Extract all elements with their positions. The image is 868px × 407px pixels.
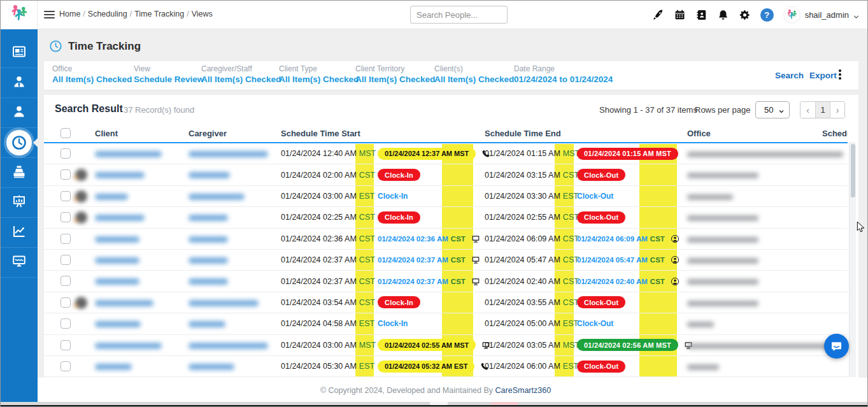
client-link[interactable] <box>95 215 145 221</box>
clock-out-time-link[interactable]: 01/24/2024 06:09 AMCST <box>577 235 665 243</box>
clock-in-time-link[interactable]: 01/24/2024 02:37 AMCST <box>378 278 466 285</box>
sidebar-item-reports[interactable] <box>1 218 38 248</box>
client-link[interactable] <box>95 194 128 200</box>
clock-out-link[interactable]: Clock-Out <box>577 319 613 328</box>
filter-date-range[interactable]: Date Range01/24/2024 to 01/24/2024 <box>514 64 613 84</box>
search-button[interactable]: Search <box>775 71 804 80</box>
clock-in-status-pill: Clock-In <box>378 296 420 308</box>
sidebar-item-time-tracking[interactable] <box>1 128 38 158</box>
calendar-icon[interactable] <box>674 9 686 21</box>
clock-out-link[interactable]: Clock-Out <box>577 192 613 201</box>
hamburger-menu-icon[interactable] <box>44 11 55 19</box>
row-checkbox[interactable] <box>60 234 71 244</box>
caregiver-link[interactable] <box>189 257 228 264</box>
bell-icon[interactable] <box>717 9 729 21</box>
more-options-icon[interactable] <box>839 69 841 81</box>
filter-value[interactable]: All Item(s) Checked <box>201 75 281 84</box>
address-book-icon[interactable] <box>695 9 708 21</box>
rocket-icon[interactable] <box>652 9 664 21</box>
clock-in-link[interactable]: Clock-In <box>378 192 408 201</box>
client-link[interactable] <box>95 300 153 306</box>
caregiver-link[interactable] <box>189 172 230 178</box>
row-checkbox[interactable] <box>60 191 71 201</box>
row-checkbox[interactable] <box>60 169 71 180</box>
clock-in-time-link[interactable]: 01/24/2024 02:36 AMCST <box>378 235 466 243</box>
filter-value[interactable]: All Item(s) Checked <box>52 75 132 84</box>
filter-value[interactable]: All Item(s) Checked <box>279 75 359 84</box>
row-checkbox[interactable] <box>60 361 71 371</box>
filter-office[interactable]: OfficeAll Item(s) Checked <box>52 64 132 84</box>
breadcrumb-item[interactable]: Scheduling <box>88 10 127 18</box>
client-link[interactable] <box>95 343 162 349</box>
client-link[interactable] <box>95 321 141 327</box>
schedule-start-timezone: CST <box>359 213 375 222</box>
client-link[interactable] <box>95 364 132 370</box>
client-link[interactable] <box>95 257 139 264</box>
caresmartz-logo-icon <box>8 3 30 27</box>
clock-in-highlighted-time[interactable]: 01/24/2024 12:37 AM MST <box>378 148 476 160</box>
filter-value[interactable]: All Item(s) Checked <box>355 75 435 84</box>
chat-launcher-icon[interactable] <box>824 334 849 359</box>
breadcrumb-item[interactable]: Home <box>59 10 80 18</box>
caregiver-link[interactable] <box>189 300 259 306</box>
caregiver-link[interactable] <box>189 151 268 157</box>
user-menu-chevron-icon[interactable] <box>853 11 860 18</box>
export-button[interactable]: Export <box>809 71 837 80</box>
row-checkbox[interactable] <box>60 318 71 329</box>
row-checkbox[interactable] <box>60 340 71 350</box>
row-checkbox[interactable] <box>60 297 71 308</box>
row-checkbox[interactable] <box>60 276 71 286</box>
schedule-end-timezone: EST <box>563 192 578 201</box>
filter-client-territory[interactable]: Client TerritoryAll Item(s) Checked <box>355 64 435 84</box>
table-scrollbar[interactable] <box>849 142 856 377</box>
filter-value[interactable]: 01/24/2024 to 01/24/2024 <box>514 75 613 84</box>
sidebar-item-caregivers[interactable] <box>1 68 38 98</box>
clock-in-highlighted-time[interactable]: 01/24/2024 02:55 AM MST <box>378 339 476 351</box>
clock-in-time-link[interactable]: 01/24/2024 02:37 AMCST <box>378 256 466 264</box>
filter-value[interactable]: Schedule Review <box>134 75 204 84</box>
sidebar-item-billing[interactable] <box>1 158 38 188</box>
client-link[interactable] <box>95 236 139 243</box>
caregiver-link[interactable] <box>189 278 228 285</box>
caregiver-link[interactable] <box>189 236 228 243</box>
sidebar-item-clients[interactable] <box>1 98 38 128</box>
row-checkbox[interactable] <box>60 255 71 265</box>
clock-out-time-link[interactable]: 01/24/2024 02:40 AMCST <box>577 278 665 285</box>
filter-client-type[interactable]: Client TypeAll Item(s) Checked <box>279 64 359 84</box>
caregiver-link[interactable] <box>189 364 234 370</box>
brand-link[interactable]: CareSmartz360 <box>495 386 551 395</box>
clock-in-cell: 01/24/2024 02:55 AM MST <box>378 335 490 355</box>
filter-value[interactable]: All Item(s) Checked <box>434 75 514 84</box>
clock-in-link[interactable]: Clock-In <box>378 319 408 328</box>
client-link[interactable] <box>95 278 139 285</box>
sidebar-item-training[interactable] <box>1 248 38 278</box>
row-checkbox[interactable] <box>60 212 71 222</box>
breadcrumb-item[interactable]: Time Tracking <box>134 10 184 18</box>
breadcrumb-separator: / <box>187 10 189 18</box>
table-row: 01/24/2024 02:25 AMCSTClock-In01/24/2024… <box>44 207 848 228</box>
user-avatar[interactable] <box>783 6 800 24</box>
caregiver-link[interactable] <box>189 194 245 200</box>
client-link[interactable] <box>95 151 162 157</box>
breadcrumb-item[interactable]: Views <box>192 10 213 18</box>
row-checkbox[interactable] <box>60 148 71 159</box>
client-link[interactable] <box>95 172 145 178</box>
sidebar-item-presentations[interactable] <box>1 188 38 218</box>
search-input[interactable] <box>411 10 532 20</box>
sidebar-item-dashboard[interactable] <box>1 38 38 68</box>
filter-caregiver-staff[interactable]: Caregiver/StaffAll Item(s) Checked <box>201 64 281 84</box>
filter-view[interactable]: ViewSchedule Review <box>134 64 204 84</box>
app-logo[interactable] <box>1 1 38 29</box>
caregiver-link[interactable] <box>189 321 225 327</box>
scrollbar-thumb[interactable] <box>851 144 855 197</box>
clock-out-time-link[interactable]: 01/24/2024 05:47 AMCST <box>577 256 665 264</box>
caregiver-link[interactable] <box>189 343 268 349</box>
schedule-start-time: 01/24/2024 03:54 AM <box>281 298 357 307</box>
gear-icon[interactable] <box>739 9 751 21</box>
help-icon[interactable]: ? <box>760 8 774 22</box>
username[interactable]: shail_admin <box>805 10 849 20</box>
select-all-checkbox[interactable] <box>60 128 71 138</box>
filter-client-s-[interactable]: Client(s)All Item(s) Checked <box>434 64 514 84</box>
caregiver-link[interactable] <box>189 215 228 221</box>
clock-in-highlighted-time[interactable]: 01/24/2024 05:32 AM EST <box>378 361 474 373</box>
